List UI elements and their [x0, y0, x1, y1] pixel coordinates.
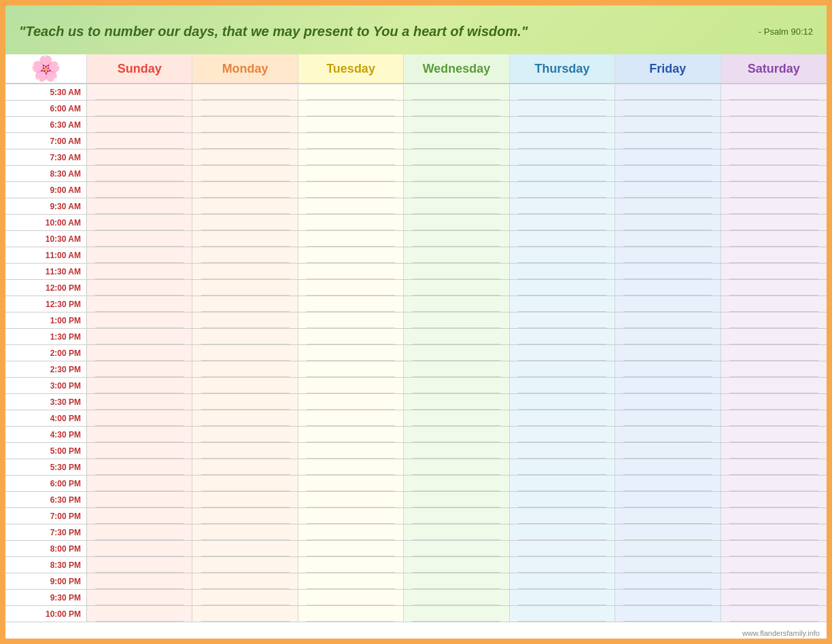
time-cell-monday[interactable]: [192, 345, 298, 361]
time-cell-sunday[interactable]: [87, 508, 192, 524]
time-cell-saturday[interactable]: [721, 557, 827, 573]
time-cell-friday[interactable]: [615, 101, 721, 116]
time-cell-friday[interactable]: [615, 312, 721, 328]
time-cell-friday[interactable]: [615, 264, 721, 279]
time-cell-sunday[interactable]: [87, 590, 192, 605]
time-cell-friday[interactable]: [615, 557, 721, 573]
time-cell-thursday[interactable]: [510, 459, 615, 475]
time-cell-tuesday[interactable]: [298, 117, 404, 132]
time-cell-monday[interactable]: [192, 476, 298, 491]
time-cell-sunday[interactable]: [87, 296, 192, 312]
time-cell-monday[interactable]: [192, 117, 298, 132]
time-cell-tuesday[interactable]: [298, 215, 404, 230]
time-cell-monday[interactable]: [192, 394, 298, 410]
time-cell-saturday[interactable]: [721, 166, 827, 181]
time-cell-thursday[interactable]: [510, 361, 615, 377]
time-cell-wednesday[interactable]: [404, 133, 509, 149]
time-cell-thursday[interactable]: [510, 378, 615, 393]
time-cell-friday[interactable]: [615, 476, 721, 491]
time-cell-wednesday[interactable]: [404, 117, 509, 132]
time-cell-thursday[interactable]: [510, 215, 615, 230]
time-cell-tuesday[interactable]: [298, 198, 404, 214]
time-cell-tuesday[interactable]: [298, 443, 404, 459]
time-cell-monday[interactable]: [192, 557, 298, 573]
time-cell-monday[interactable]: [192, 590, 298, 605]
time-cell-thursday[interactable]: [510, 394, 615, 410]
time-cell-friday[interactable]: [615, 361, 721, 377]
time-cell-tuesday[interactable]: [298, 508, 404, 524]
time-cell-friday[interactable]: [615, 427, 721, 442]
time-cell-friday[interactable]: [615, 573, 721, 589]
time-cell-wednesday[interactable]: [404, 557, 509, 573]
time-cell-tuesday[interactable]: [298, 476, 404, 491]
time-cell-thursday[interactable]: [510, 247, 615, 263]
time-cell-saturday[interactable]: [721, 410, 827, 426]
time-cell-wednesday[interactable]: [404, 492, 509, 507]
time-cell-friday[interactable]: [615, 215, 721, 230]
time-cell-tuesday[interactable]: [298, 149, 404, 165]
time-cell-saturday[interactable]: [721, 541, 827, 556]
time-cell-wednesday[interactable]: [404, 247, 509, 263]
time-cell-monday[interactable]: [192, 198, 298, 214]
time-cell-tuesday[interactable]: [298, 606, 404, 622]
time-cell-wednesday[interactable]: [404, 296, 509, 312]
time-cell-friday[interactable]: [615, 606, 721, 622]
time-cell-saturday[interactable]: [721, 231, 827, 247]
time-cell-thursday[interactable]: [510, 345, 615, 361]
time-cell-friday[interactable]: [615, 394, 721, 410]
time-cell-tuesday[interactable]: [298, 378, 404, 393]
time-cell-thursday[interactable]: [510, 492, 615, 507]
time-cell-wednesday[interactable]: [404, 524, 509, 540]
time-cell-tuesday[interactable]: [298, 492, 404, 507]
time-cell-sunday[interactable]: [87, 329, 192, 344]
time-cell-wednesday[interactable]: [404, 508, 509, 524]
time-cell-sunday[interactable]: [87, 361, 192, 377]
time-cell-tuesday[interactable]: [298, 312, 404, 328]
time-cell-tuesday[interactable]: [298, 590, 404, 605]
time-cell-sunday[interactable]: [87, 215, 192, 230]
time-cell-wednesday[interactable]: [404, 541, 509, 556]
time-cell-friday[interactable]: [615, 329, 721, 344]
time-cell-thursday[interactable]: [510, 312, 615, 328]
time-cell-thursday[interactable]: [510, 606, 615, 622]
time-cell-tuesday[interactable]: [298, 133, 404, 149]
time-cell-tuesday[interactable]: [298, 345, 404, 361]
time-cell-sunday[interactable]: [87, 280, 192, 296]
time-cell-tuesday[interactable]: [298, 394, 404, 410]
time-cell-monday[interactable]: [192, 133, 298, 149]
time-cell-saturday[interactable]: [721, 149, 827, 165]
time-cell-sunday[interactable]: [87, 476, 192, 491]
time-cell-saturday[interactable]: [721, 117, 827, 132]
time-cell-sunday[interactable]: [87, 231, 192, 247]
time-cell-wednesday[interactable]: [404, 264, 509, 279]
time-cell-monday[interactable]: [192, 215, 298, 230]
time-cell-saturday[interactable]: [721, 84, 827, 100]
time-cell-saturday[interactable]: [721, 329, 827, 344]
time-cell-tuesday[interactable]: [298, 280, 404, 296]
time-cell-wednesday[interactable]: [404, 101, 509, 116]
time-cell-thursday[interactable]: [510, 329, 615, 344]
time-cell-friday[interactable]: [615, 133, 721, 149]
time-cell-wednesday[interactable]: [404, 410, 509, 426]
time-cell-saturday[interactable]: [721, 443, 827, 459]
time-cell-tuesday[interactable]: [298, 264, 404, 279]
time-cell-monday[interactable]: [192, 182, 298, 198]
time-cell-thursday[interactable]: [510, 280, 615, 296]
time-cell-saturday[interactable]: [721, 247, 827, 263]
time-cell-friday[interactable]: [615, 492, 721, 507]
time-cell-sunday[interactable]: [87, 84, 192, 100]
time-cell-friday[interactable]: [615, 166, 721, 181]
time-cell-thursday[interactable]: [510, 410, 615, 426]
time-cell-thursday[interactable]: [510, 296, 615, 312]
time-cell-sunday[interactable]: [87, 524, 192, 540]
time-cell-friday[interactable]: [615, 410, 721, 426]
time-cell-monday[interactable]: [192, 264, 298, 279]
time-cell-sunday[interactable]: [87, 312, 192, 328]
time-cell-wednesday[interactable]: [404, 149, 509, 165]
time-cell-tuesday[interactable]: [298, 524, 404, 540]
time-cell-saturday[interactable]: [721, 573, 827, 589]
time-cell-thursday[interactable]: [510, 590, 615, 605]
time-cell-monday[interactable]: [192, 361, 298, 377]
time-cell-monday[interactable]: [192, 101, 298, 116]
time-cell-thursday[interactable]: [510, 476, 615, 491]
